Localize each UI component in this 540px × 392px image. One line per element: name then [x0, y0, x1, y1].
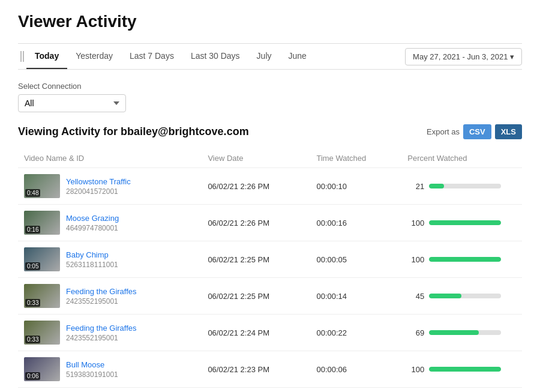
- video-id-5: 5193830191001: [66, 370, 118, 379]
- table-row: 0:48 Yellowstone Traffic 2820041572001 0…: [18, 168, 522, 205]
- video-name-4[interactable]: Feeding the Giraffes: [66, 324, 137, 333]
- video-name-2[interactable]: Baby Chimp: [66, 250, 118, 259]
- video-duration-0: 0:48: [25, 189, 40, 197]
- tab-yesterday[interactable]: Yesterday: [67, 44, 121, 69]
- connection-section: Select Connection All: [18, 82, 522, 112]
- percent-number-3: 45: [407, 292, 424, 301]
- progress-bar-fill-1: [429, 220, 501, 225]
- video-id-0: 2820041572001: [66, 187, 131, 196]
- video-thumbnail-5: 0:06: [24, 357, 60, 381]
- percent-number-0: 21: [407, 182, 424, 191]
- time-watched-5: 00:00:06: [310, 351, 401, 388]
- percent-watched-6: 55: [401, 388, 522, 393]
- drag-handle[interactable]: [18, 44, 26, 69]
- time-watched-2: 00:00:05: [310, 241, 401, 278]
- progress-bar-bg-4: [429, 330, 501, 335]
- table-row: 0:33 Feeding the Giraffes 2423552195001 …: [18, 278, 522, 315]
- video-cell-0: 0:48 Yellowstone Traffic 2820041572001: [18, 168, 202, 205]
- video-cell-1: 0:16 Moose Grazing 4649974780001: [18, 205, 202, 241]
- video-duration-1: 0:16: [25, 226, 40, 234]
- video-name-1[interactable]: Moose Grazing: [66, 214, 119, 223]
- export-row: Export as CSV XLS: [427, 124, 522, 139]
- percent-watched-5: 100: [401, 351, 522, 388]
- progress-bar-bg-3: [429, 294, 501, 298]
- view-date-5: 06/02/21 2:23 PM: [202, 351, 310, 388]
- video-thumbnail-2: 0:05: [24, 247, 60, 271]
- activity-header: Viewing Activity for bbailey@brightcove.…: [18, 124, 522, 139]
- video-name-5[interactable]: Bull Moose: [66, 360, 118, 369]
- connection-select[interactable]: All: [18, 94, 126, 112]
- table-header-3: Percent Watched: [401, 149, 522, 168]
- progress-bar-bg-2: [429, 257, 501, 262]
- activity-title: Viewing Activity for bbailey@brightcove.…: [18, 125, 249, 138]
- video-id-2: 5263118111001: [66, 261, 118, 269]
- tabs-container: TodayYesterdayLast 7 DaysLast 30 DaysJul…: [26, 44, 405, 69]
- time-watched-4: 00:00:22: [310, 315, 401, 351]
- percent-watched-4: 69: [401, 315, 522, 351]
- video-id-1: 4649974780001: [66, 224, 119, 232]
- tab-last7days[interactable]: Last 7 Days: [121, 44, 182, 69]
- export-csv-button[interactable]: CSV: [463, 124, 491, 139]
- video-cell-2: 0:05 Baby Chimp 5263118111001: [18, 241, 202, 278]
- progress-bar-bg-5: [429, 367, 501, 372]
- progress-bar-fill-5: [429, 367, 501, 372]
- tabs-bar: TodayYesterdayLast 7 DaysLast 30 DaysJul…: [18, 43, 522, 70]
- table-row: 0:16 Moose Grazing 4649974780001 06/02/2…: [18, 205, 522, 241]
- page-title: Viewer Activity: [18, 12, 522, 31]
- time-watched-1: 00:00:16: [310, 205, 401, 241]
- video-id-3: 2423552195001: [66, 297, 137, 306]
- video-thumbnail-0: 0:48: [24, 174, 60, 198]
- progress-bar-fill-4: [429, 330, 479, 335]
- video-cell-4: 0:33 Feeding the Giraffes 2423552195001: [18, 315, 202, 351]
- tab-june[interactable]: June: [280, 44, 315, 69]
- export-label: Export as: [427, 127, 460, 136]
- progress-bar-fill-3: [429, 294, 461, 298]
- video-cell-3: 0:33 Feeding the Giraffes 2423552195001: [18, 278, 202, 315]
- video-thumbnail-3: 0:33: [24, 284, 60, 308]
- percent-number-1: 100: [407, 219, 424, 228]
- table-row: 0:33 Feeding the Giraffes 2423552195001 …: [18, 315, 522, 351]
- percent-watched-3: 45: [401, 278, 522, 315]
- view-date-4: 06/02/21 2:24 PM: [202, 315, 310, 351]
- percent-number-5: 100: [407, 365, 424, 374]
- progress-bar-fill-2: [429, 257, 501, 262]
- view-date-6: 06/02/21 2:22 PM: [202, 388, 310, 393]
- progress-bar-bg-1: [429, 220, 501, 225]
- tab-today[interactable]: Today: [26, 44, 67, 69]
- table-header-1: View Date: [202, 149, 310, 168]
- table-header-0: Video Name & ID: [18, 149, 202, 168]
- table-header-2: Time Watched: [310, 149, 401, 168]
- view-date-3: 06/02/21 2:25 PM: [202, 278, 310, 315]
- progress-bar-fill-0: [429, 184, 444, 188]
- time-watched-0: 00:00:10: [310, 168, 401, 205]
- view-date-1: 06/02/21 2:26 PM: [202, 205, 310, 241]
- table-body: 0:48 Yellowstone Traffic 2820041572001 0…: [18, 168, 522, 393]
- export-xls-button[interactable]: XLS: [495, 124, 522, 139]
- video-id-4: 2423552195001: [66, 334, 137, 342]
- table-row: 0:05 Baby Chimp 5263118111001 06/02/21 2…: [18, 241, 522, 278]
- video-cell-5: 0:06 Bull Moose 5193830191001: [18, 351, 202, 388]
- connection-label: Select Connection: [18, 82, 522, 91]
- tab-last30days[interactable]: Last 30 Days: [182, 44, 248, 69]
- video-cell-6: 0:14 Bald Eagle 1234567890001: [18, 388, 202, 393]
- video-name-0[interactable]: Yellowstone Traffic: [66, 177, 131, 186]
- page-container: Viewer Activity TodayYesterdayLast 7 Day…: [0, 0, 540, 392]
- video-duration-2: 0:05: [25, 262, 40, 270]
- percent-number-4: 69: [407, 328, 424, 337]
- video-duration-3: 0:33: [25, 299, 40, 307]
- view-date-2: 06/02/21 2:25 PM: [202, 241, 310, 278]
- video-thumbnail-1: 0:16: [24, 211, 60, 235]
- time-watched-6: 00:00:08: [310, 388, 401, 393]
- table-row: 0:06 Bull Moose 5193830191001 06/02/21 2…: [18, 351, 522, 388]
- time-watched-3: 00:00:14: [310, 278, 401, 315]
- percent-number-2: 100: [407, 255, 424, 264]
- table-header-row: Video Name & IDView DateTime WatchedPerc…: [18, 149, 522, 168]
- date-range-button[interactable]: May 27, 2021 - Jun 3, 2021 ▾: [405, 48, 522, 65]
- progress-bar-bg-0: [429, 184, 501, 188]
- percent-watched-2: 100: [401, 241, 522, 278]
- table-row: 0:14 Bald Eagle 1234567890001 06/02/21 2…: [18, 388, 522, 393]
- video-name-3[interactable]: Feeding the Giraffes: [66, 287, 137, 296]
- tab-july[interactable]: July: [248, 44, 280, 69]
- video-duration-5: 0:06: [25, 372, 40, 380]
- percent-watched-0: 21: [401, 168, 522, 205]
